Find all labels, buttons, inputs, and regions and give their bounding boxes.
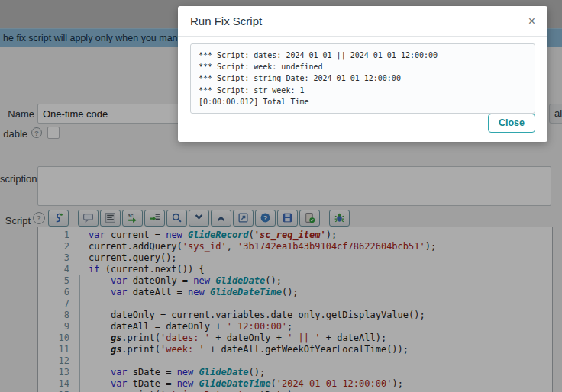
close-icon[interactable]: × xyxy=(528,15,535,27)
output-line: *** Script: string Date: 2024-01-01 12:0… xyxy=(199,72,527,84)
close-button[interactable]: Close xyxy=(488,114,535,133)
modal-title: Run Fix Script xyxy=(190,14,528,27)
output-line: *** Script: week: undefined xyxy=(199,61,527,72)
output-line: *** Script: dates: 2024-01-01 || 2024-01… xyxy=(199,50,527,61)
output-line: [0:00:00.012] Total Time xyxy=(199,96,527,108)
screen: he fix script will apply only when you m… xyxy=(0,0,562,392)
run-fix-script-modal: Run Fix Script × *** Script: dates: 2024… xyxy=(178,6,547,142)
modal-header: Run Fix Script × xyxy=(178,6,547,37)
output-line: *** Script: str week: 1 xyxy=(199,85,527,96)
script-output-log: *** Script: dates: 2024-01-01 || 2024-01… xyxy=(190,43,535,114)
modal-footer: Close xyxy=(488,114,535,133)
